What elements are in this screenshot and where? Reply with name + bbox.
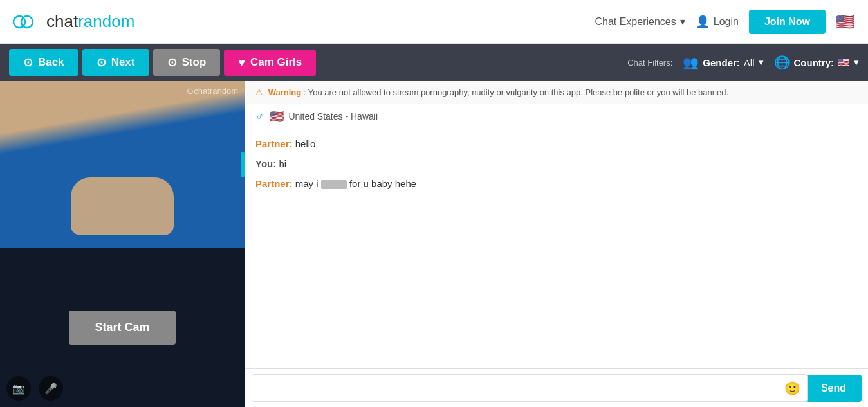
location-text: United States - Hawaii (289, 111, 378, 122)
gender-filter[interactable]: 👥 Gender: All ▾ (683, 55, 763, 70)
message-input[interactable] (252, 374, 808, 402)
message-text-1: hello (295, 138, 316, 149)
camera-off-icon: 📷 (12, 383, 25, 395)
sender-partner-label: Partner: (255, 138, 293, 149)
login-button[interactable]: 👤 Login (696, 15, 739, 29)
back-label: Back (38, 56, 64, 69)
chat-experiences-button[interactable]: Chat Experiences ▾ (595, 15, 685, 28)
chat-filters: Chat Filters: 👥 Gender: All ▾ 🌐 Country:… (627, 55, 859, 70)
svg-point-1 (21, 16, 33, 28)
join-now-button[interactable]: Join Now (749, 10, 826, 34)
chevron-down-icon: ▾ (680, 15, 685, 28)
message-text-2: hi (279, 158, 286, 169)
country-label: Country: (794, 57, 835, 68)
gender-label: Gender: (703, 57, 740, 68)
globe-icon: 🌐 (774, 55, 790, 70)
stop-icon: ⊙ (167, 55, 177, 69)
back-icon: ⊙ (23, 55, 33, 69)
emoji-button[interactable]: 🙂 (784, 381, 800, 396)
message-text-3: may i (295, 178, 321, 189)
cam-girls-button[interactable]: ♥ Cam Girls (224, 50, 316, 76)
warning-icon: ⚠ (255, 87, 263, 97)
my-video: Start Cam 📷 🎤 (0, 248, 245, 407)
logo-area: chatrandom (13, 12, 134, 32)
chat-experiences-label: Chat Experiences (595, 16, 676, 28)
partner-video: ⊙chatrandom (0, 81, 245, 248)
stop-button[interactable]: ⊙ Stop (153, 49, 221, 76)
mic-off-icon: 🎤 (44, 383, 57, 395)
start-cam-button[interactable]: Start Cam (69, 311, 175, 345)
mic-off-button[interactable]: 🎤 (39, 376, 63, 401)
chat-message-2: You: hi (255, 157, 858, 170)
header-right: Chat Experiences ▾ 👤 Login Join Now 🇺🇸 (595, 10, 855, 34)
next-icon: ⊙ (97, 55, 106, 69)
cam-girls-label: Cam Girls (250, 56, 302, 69)
filters-title: Chat Filters: (627, 58, 672, 68)
partner-watermark: ⊙chatrandom (187, 86, 238, 96)
location-icon: ♂ (255, 110, 264, 123)
logo-icon (13, 13, 41, 31)
heart-icon: ♥ (238, 56, 245, 69)
resize-handle[interactable] (241, 152, 245, 177)
next-label: Next (111, 56, 135, 69)
chat-input-area: 🙂 Send (245, 368, 868, 407)
location-flag-icon: 🇺🇸 (270, 109, 284, 123)
toolbar: ⊙ Back ⊙ Next ⊙ Stop ♥ Cam Girls Chat Fi… (0, 44, 868, 81)
gender-chevron-icon: ▾ (759, 57, 764, 68)
chat-section: ⚠ Warning : You are not allowed to strea… (245, 81, 868, 407)
message-text-3b: for u baby hehe (349, 178, 416, 189)
logo-text: chatrandom (46, 12, 134, 32)
gender-value: All (744, 57, 755, 68)
sender-partner-label-2: Partner: (255, 178, 293, 189)
user-icon: 👤 (696, 15, 710, 29)
login-label: Login (714, 16, 739, 28)
sender-you-label: You: (255, 158, 276, 169)
stop-label: Stop (182, 56, 207, 69)
back-button[interactable]: ⊙ Back (9, 49, 78, 76)
chat-messages: Partner: hello You: hi Partner: may i fo… (245, 129, 868, 368)
main: ⊙chatrandom Start Cam 📷 🎤 ⚠ Warning : Yo… (0, 81, 868, 407)
camera-off-button[interactable]: 📷 (6, 376, 31, 401)
next-button[interactable]: ⊙ Next (82, 49, 149, 76)
chat-message-3: Partner: may i for u baby hehe (255, 177, 858, 190)
country-chevron-icon: ▾ (854, 57, 859, 68)
video-section: ⊙chatrandom Start Cam 📷 🎤 (0, 81, 245, 407)
country-filter[interactable]: 🌐 Country: 🇺🇸 ▾ (774, 55, 860, 70)
flag-icon: 🇺🇸 (836, 13, 855, 31)
send-button[interactable]: Send (806, 375, 862, 402)
location-bar: ♂ 🇺🇸 United States - Hawaii (245, 104, 868, 129)
country-flag: 🇺🇸 (838, 57, 850, 68)
warning-bar: ⚠ Warning : You are not allowed to strea… (245, 81, 868, 104)
video-controls: 📷 🎤 (6, 376, 63, 401)
gender-icon: 👥 (683, 55, 699, 70)
chat-message-1: Partner: hello (255, 137, 858, 150)
warning-label: Warning (268, 87, 302, 97)
warning-text: : You are not allowed to stream pornogra… (304, 87, 728, 97)
redacted-text (321, 180, 347, 189)
header: chatrandom Chat Experiences ▾ 👤 Login Jo… (0, 0, 868, 44)
